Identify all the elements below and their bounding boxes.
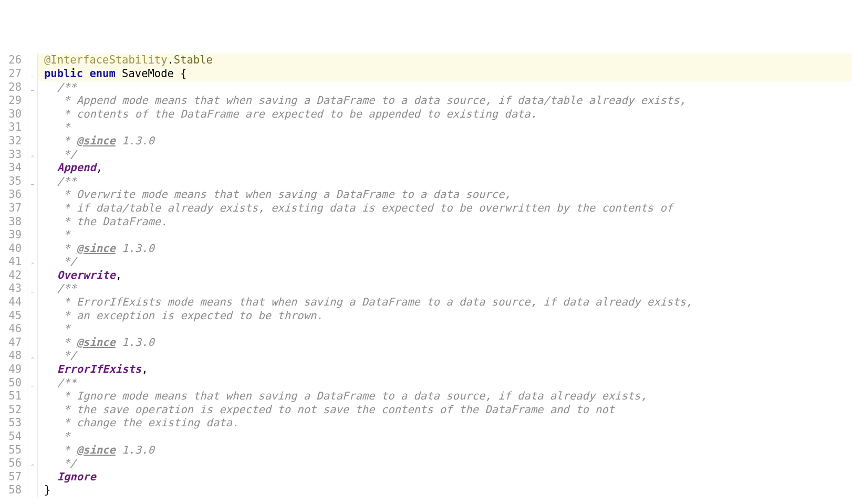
line-number: 44 (0, 296, 22, 309)
code-line[interactable]: * ErrorIfExists mode means that when sav… (44, 296, 852, 309)
code-token: { (174, 67, 187, 80)
code-token: * (44, 336, 77, 349)
code-token: @since (77, 134, 116, 147)
code-token: * Append mode means that when saving a D… (44, 94, 686, 107)
code-line[interactable]: */ (44, 457, 852, 470)
code-line[interactable]: public enum SaveMode { (38, 67, 852, 81)
code-line[interactable]: * (44, 228, 852, 242)
code-line[interactable]: * @since 1.3.0 (44, 336, 852, 350)
code-token: SaveMode (122, 67, 174, 80)
fold-toggle-icon[interactable]: − (29, 380, 36, 393)
code-line[interactable]: */ (44, 255, 852, 269)
code-line[interactable]: * if data/table already exists, existing… (44, 202, 852, 215)
line-number: 33 (0, 148, 22, 162)
code-token: * ErrorIfExists mode means that when sav… (44, 296, 692, 308)
code-token: */ (44, 148, 77, 161)
code-token: */ (44, 349, 77, 362)
code-token: 1.3.0 (116, 336, 154, 349)
line-number: 28 (0, 81, 22, 94)
code-token: * (44, 228, 70, 241)
code-token (44, 161, 57, 174)
code-line[interactable]: Overwrite, (44, 269, 852, 282)
line-number: 52 (0, 403, 22, 417)
code-line[interactable]: } (44, 484, 852, 497)
code-token: /** (44, 175, 77, 187)
line-number: 54 (0, 430, 22, 444)
line-number: 46 (0, 322, 22, 336)
code-token: */ (44, 457, 77, 469)
line-number: 41 (0, 255, 22, 269)
code-line[interactable]: * Ignore mode means that when saving a D… (44, 390, 852, 403)
code-line[interactable]: /** (44, 376, 852, 390)
code-area[interactable]: @InterfaceStability.Stablepublic enum Sa… (38, 54, 852, 497)
code-line[interactable]: * the DataFrame. (44, 215, 852, 229)
code-line[interactable]: * an exception is expected to be thrown. (44, 309, 852, 323)
code-token: /** (44, 81, 77, 93)
code-token: * the save operation is expected to not … (44, 403, 615, 416)
code-token: 1.3.0 (116, 242, 154, 255)
fold-toggle-icon[interactable]: − (29, 84, 36, 98)
line-number: 38 (0, 215, 22, 229)
fold-toggle-icon[interactable]: − (29, 286, 36, 299)
line-number: 55 (0, 444, 22, 457)
fold-toggle-icon[interactable]: ⌃ (29, 460, 36, 474)
code-line[interactable]: * @since 1.3.0 (44, 134, 852, 148)
fold-toggle-icon[interactable]: ⌃ (29, 353, 36, 366)
code-token: @since (77, 444, 116, 456)
code-line[interactable]: /** (44, 282, 852, 296)
line-number: 58 (0, 484, 22, 497)
code-token: * (44, 444, 77, 456)
line-number: 29 (0, 94, 22, 108)
code-line[interactable]: * Append mode means that when saving a D… (44, 94, 852, 108)
code-line[interactable]: * (44, 121, 852, 134)
fold-toggle-icon[interactable]: ⌃ (29, 258, 36, 272)
line-number: 45 (0, 309, 22, 323)
code-token: 1.3.0 (116, 444, 154, 456)
code-line[interactable]: * change the existing data. (44, 416, 852, 430)
fold-toggle-icon[interactable]: − (29, 70, 36, 84)
code-line[interactable]: ErrorIfExists, (44, 363, 852, 376)
code-token: * contents of the DataFrame are expected… (44, 108, 537, 120)
line-number: 32 (0, 134, 22, 148)
code-line[interactable]: * (44, 322, 852, 336)
code-token: * Overwrite mode means that when saving … (44, 188, 511, 201)
fold-toggle-icon[interactable]: ⌃ (29, 151, 36, 165)
code-line[interactable]: Ignore (44, 470, 852, 484)
code-token: * Ignore mode means that when saving a D… (44, 390, 647, 402)
code-token: Stable (174, 54, 213, 66)
line-number: 34 (0, 161, 22, 175)
code-line[interactable]: /** (44, 81, 852, 94)
code-token: * (44, 242, 77, 255)
code-line[interactable]: Append, (44, 161, 852, 175)
code-token: * change the existing data. (44, 416, 238, 429)
code-token: , (116, 269, 122, 281)
fold-toggle-icon[interactable]: − (29, 178, 36, 192)
code-line[interactable]: * @since 1.3.0 (44, 444, 852, 457)
code-line[interactable]: * (44, 430, 852, 444)
line-number-gutter: 2627282930313233343536373839404142434445… (0, 54, 27, 497)
line-number: 57 (0, 470, 22, 484)
code-token: /** (44, 282, 77, 295)
code-token: . (168, 54, 174, 66)
code-token: * (44, 430, 70, 443)
code-token: @since (77, 336, 116, 349)
line-number: 35 (0, 175, 22, 188)
code-token: * if data/table already exists, existing… (44, 202, 673, 214)
code-line[interactable]: @InterfaceStability.Stable (38, 54, 852, 67)
code-token: ErrorIfExists (57, 363, 141, 375)
code-token (44, 269, 57, 281)
code-line[interactable]: */ (44, 148, 852, 162)
line-number: 50 (0, 376, 22, 390)
code-line[interactable]: * Overwrite mode means that when saving … (44, 188, 852, 202)
code-line[interactable]: /** (44, 175, 852, 188)
code-token: , (96, 161, 102, 174)
code-line[interactable]: */ (44, 349, 852, 363)
fold-column[interactable]: −−⌃−⌃−⌃−⌃ (27, 54, 38, 497)
code-line[interactable]: * contents of the DataFrame are expected… (44, 108, 852, 121)
code-line[interactable]: * @since 1.3.0 (44, 242, 852, 256)
line-number: 51 (0, 390, 22, 403)
code-editor[interactable]: 2627282930313233343536373839404142434445… (0, 54, 852, 497)
code-line[interactable]: * the save operation is expected to not … (44, 403, 852, 417)
line-number: 27 (0, 67, 22, 81)
line-number: 56 (0, 457, 22, 470)
